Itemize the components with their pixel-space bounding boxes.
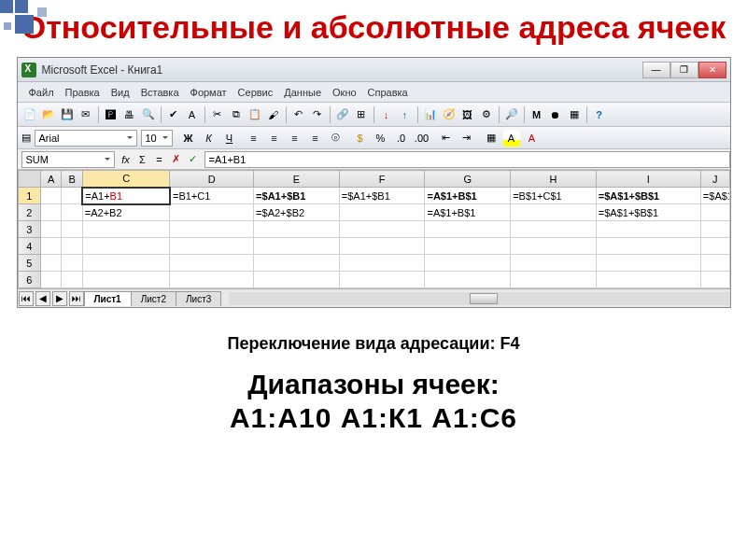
menu-insert[interactable]: Вставка <box>135 85 185 100</box>
tab-nav-next-icon[interactable]: ▶ <box>52 291 67 306</box>
merge-icon[interactable]: ⦾ <box>328 130 345 147</box>
cell-H1[interactable]: =B$1+C$1 <box>511 188 597 204</box>
autofilter-icon[interactable]: ▦ <box>566 106 583 123</box>
row-header-2[interactable]: 2 <box>18 204 40 221</box>
decimal-inc-icon[interactable]: .0 <box>393 130 410 147</box>
sum-icon[interactable]: Σ <box>135 152 150 167</box>
align-center-icon[interactable]: ≡ <box>266 130 283 147</box>
indent-inc-icon[interactable]: ⇥ <box>458 130 475 147</box>
cell-E2[interactable]: =$A2+$B2 <box>254 204 340 221</box>
cut-icon[interactable]: ✂ <box>209 106 226 123</box>
new-icon[interactable]: 📄 <box>21 106 38 123</box>
select-all-corner[interactable] <box>18 171 40 188</box>
styles-icon[interactable]: ▤ <box>21 132 31 144</box>
close-button[interactable]: ✕ <box>698 62 726 78</box>
percent-icon[interactable]: % <box>373 130 389 147</box>
col-header-H[interactable]: H <box>511 171 597 188</box>
accept-icon[interactable]: ✓ <box>186 152 201 167</box>
cell-C2[interactable]: =A2+B2 <box>82 204 170 221</box>
align-justify-icon[interactable]: ≡ <box>307 130 324 147</box>
open-icon[interactable]: 📂 <box>40 106 57 123</box>
cancel-icon[interactable]: ✗ <box>169 152 184 167</box>
paste-icon[interactable]: 📋 <box>247 106 263 123</box>
menu-edit[interactable]: Правка <box>60 85 106 100</box>
cell-F1[interactable]: =$A1+$B1 <box>339 188 425 204</box>
equals-icon[interactable]: = <box>152 152 167 167</box>
menu-tools[interactable]: Сервис <box>233 85 279 100</box>
cell-B1[interactable] <box>62 188 82 204</box>
zoom-icon[interactable]: 🔎 <box>503 106 520 123</box>
chart-icon[interactable]: 📊 <box>422 106 439 123</box>
source-icon[interactable]: ⚙ <box>478 106 495 123</box>
font-color-icon[interactable]: A <box>524 130 541 147</box>
cell-G2[interactable]: =A$1+B$1 <box>425 204 511 221</box>
undo-icon[interactable]: ↶ <box>290 106 307 123</box>
find-icon[interactable]: M <box>529 106 545 123</box>
minimize-button[interactable]: — <box>642 62 670 78</box>
font-size-dropdown[interactable]: 10 <box>141 130 173 147</box>
maximize-button[interactable]: ❐ <box>670 62 698 78</box>
tab-nav-prev-icon[interactable]: ◀ <box>35 291 50 306</box>
cell-C1[interactable]: =A1+B1 <box>82 188 170 204</box>
spell-icon[interactable]: ✔ <box>165 106 182 123</box>
indent-dec-icon[interactable]: ⇤ <box>438 130 455 147</box>
cell-G1[interactable]: =A$1+B$1 <box>425 188 511 204</box>
scroll-thumb[interactable] <box>470 293 498 304</box>
menu-format[interactable]: Формат <box>185 85 233 100</box>
col-header-D[interactable]: D <box>170 171 254 188</box>
tab-sheet1[interactable]: Лист1 <box>84 291 132 306</box>
italic-button[interactable]: К <box>201 130 218 147</box>
cell-A1[interactable] <box>40 188 61 204</box>
save-icon[interactable]: 💾 <box>59 106 76 123</box>
cell-I1[interactable]: =$A$1+$B$1 <box>596 188 700 204</box>
underline-button[interactable]: Ч <box>221 130 238 147</box>
table-icon[interactable]: ⊞ <box>353 106 370 123</box>
tab-sheet2[interactable]: Лист2 <box>131 291 176 306</box>
col-header-C[interactable]: C <box>82 171 170 188</box>
fill-color-icon[interactable]: A <box>503 130 520 147</box>
decimal-dec-icon[interactable]: .00 <box>414 130 430 147</box>
col-header-F[interactable]: F <box>339 171 425 188</box>
cell-I2[interactable]: =$A$1+$B$1 <box>596 204 700 221</box>
tab-nav-last-icon[interactable]: ⏭ <box>69 291 84 306</box>
name-box[interactable]: SUM <box>21 151 115 168</box>
worksheet-grid[interactable]: A B C D E F G H I J 1 =A1+B1 =B1+C1 =$A1… <box>18 170 730 288</box>
align-right-icon[interactable]: ≡ <box>287 130 303 147</box>
sort-desc-icon[interactable]: ↑ <box>397 106 414 123</box>
menu-help[interactable]: Справка <box>362 85 414 100</box>
record-icon[interactable]: ⏺ <box>547 106 564 123</box>
col-header-A[interactable]: A <box>40 171 61 188</box>
tab-nav-first-icon[interactable]: ⏮ <box>19 291 34 306</box>
menu-window[interactable]: Окно <box>327 85 362 100</box>
row-header-1[interactable]: 1 <box>18 188 40 204</box>
currency-icon[interactable]: $ <box>352 130 369 147</box>
pdf-icon[interactable]: 🅿 <box>103 106 120 123</box>
bold-button[interactable]: Ж <box>180 130 197 147</box>
borders-icon[interactable]: ▦ <box>483 130 500 147</box>
cell-J1[interactable]: =$A$1+$B$1 <box>700 188 729 204</box>
preview-icon[interactable]: 🔍 <box>140 106 157 123</box>
function-wizard-icon[interactable]: fx <box>119 152 134 167</box>
tab-sheet3[interactable]: Лист3 <box>176 291 221 306</box>
col-header-B[interactable]: B <box>62 171 82 188</box>
font-name-dropdown[interactable]: Arial <box>35 130 137 147</box>
menu-data[interactable]: Данные <box>278 85 327 100</box>
menu-view[interactable]: Вид <box>106 85 135 100</box>
brush-icon[interactable]: 🖌 <box>265 106 282 123</box>
horizontal-scrollbar[interactable] <box>229 292 729 305</box>
help-icon[interactable]: ? <box>591 106 608 123</box>
col-header-G[interactable]: G <box>425 171 511 188</box>
nav-icon[interactable]: 🧭 <box>441 106 458 123</box>
copy-icon[interactable]: ⧉ <box>228 106 245 123</box>
abc-icon[interactable]: A <box>184 106 201 123</box>
link-icon[interactable]: 🔗 <box>334 106 351 123</box>
redo-icon[interactable]: ↷ <box>309 106 326 123</box>
align-left-icon[interactable]: ≡ <box>246 130 262 147</box>
cell-D1[interactable]: =B1+C1 <box>170 188 254 204</box>
sort-asc-icon[interactable]: ↓ <box>378 106 395 123</box>
print-icon[interactable]: 🖶 <box>121 106 138 123</box>
menu-file[interactable]: Файл <box>23 85 60 100</box>
col-header-I[interactable]: I <box>596 171 700 188</box>
formula-input[interactable]: =A1+B1 <box>204 151 730 168</box>
col-header-E[interactable]: E <box>254 171 340 188</box>
